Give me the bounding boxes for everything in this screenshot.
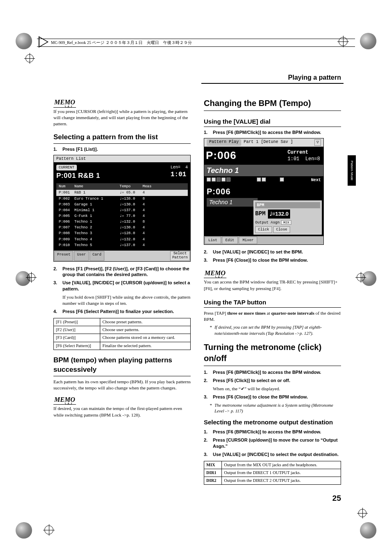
user-button: User <box>74 251 89 261</box>
pattern-name: P:001 R&B 1 <box>56 171 188 181</box>
list-row: P:008Techno 3♩=128.04 <box>56 230 188 236</box>
col-num: Num <box>59 184 74 189</box>
step-text: Press [CURSOR (up/down)] to move the cur… <box>213 437 341 449</box>
step-text: Use [VALUE] or [INC/DEC] to select the o… <box>213 451 339 458</box>
current-label: Current <box>288 149 320 156</box>
step-text: Press [F6 (Close)] to close the BPM wind… <box>213 257 308 263</box>
step-number: 3. <box>53 280 62 292</box>
bpm-label: BPM <box>255 210 265 218</box>
print-corner-tr <box>360 33 376 49</box>
screenshot-pattern-play: Pattern Play Part 1 [Detune Sav ] ▽ P:00… <box>204 138 324 245</box>
memo-text: If you press [CURSOR (left/right)] while… <box>53 108 191 127</box>
step-number: 1. <box>204 429 213 435</box>
output-table: MIXOutput from the MIX OUT jacks and the… <box>204 461 341 485</box>
table-row: [F2 (User)]Choose user patterns. <box>54 326 191 334</box>
list-row: P:007Techno 2♩=130.04 <box>56 225 188 230</box>
table-row: DIR1Output from the DIRECT 1 OUTPUT jack… <box>204 469 341 477</box>
step-number: 2. <box>204 437 213 449</box>
part-label: Part 1 <box>244 139 258 146</box>
step-note: If you hold down [SHIFT] while using the… <box>62 294 191 306</box>
memo-text: You can access the BPM window during TR-… <box>204 279 341 291</box>
step-number: 3. <box>204 257 213 263</box>
note-text: The metronome volume adjustment is a Sys… <box>214 402 341 414</box>
asterisk-icon: * <box>210 324 214 336</box>
step-number: 2. <box>53 266 62 278</box>
step-text: Press [F6 (Close)] to close the BPM wind… <box>213 394 308 400</box>
bpm-popup: BPM BPM ♩=132.0 Output AsgnMIX Click Clo… <box>254 200 322 235</box>
step-number: 3. <box>204 394 213 400</box>
col-meas: Meas <box>143 184 155 189</box>
step-text: Press [F1 (List)]. <box>62 146 98 152</box>
step-text: Use [VALUE], [INC/DEC] or [CURSOR (up/do… <box>62 280 191 292</box>
list-row: P:001R&B 1♩= 65.04 <box>56 190 188 196</box>
position: 1:01 <box>171 171 186 178</box>
step-text: Press [F6 (BPM/Click)] to access the BPM… <box>213 129 321 136</box>
crosshair-icon <box>358 509 367 517</box>
list-row: P:002Euro Trance 1♩=138.08 <box>56 196 188 202</box>
detune-label: [Detune Sav ] <box>261 139 293 146</box>
list-row: P:010Techno 5♩=137.04 <box>56 242 188 248</box>
step-text: Use [VALUE] or [INC/DEC] to set the BPM. <box>213 249 303 255</box>
note-text: If desired, you can set the BPM by press… <box>214 324 341 336</box>
screenshot-pattern-list: Pattern List CURRENT Len= 41:01 P:001 R&… <box>53 155 191 262</box>
section-header: Playing a pattern <box>201 74 344 84</box>
crosshair-icon <box>44 525 53 534</box>
step-text: Press [F6 (BPM/Click)] to access the BPM… <box>213 429 321 435</box>
pattern-name: Techno 1 <box>204 165 323 176</box>
memo-icon: MEMO <box>53 98 76 108</box>
bpm-popup-title: BPM <box>255 202 320 209</box>
screenshot-title: Pattern List <box>54 155 190 163</box>
step-text: Press [F5 (Click)] to select on or off. <box>213 378 290 384</box>
edit-button: Edit <box>222 237 238 244</box>
next-label: Next <box>311 177 321 183</box>
mix-value: MIX <box>281 220 291 225</box>
heading-value-dial: Using the [VALUE] dial <box>204 117 341 127</box>
list-row: P:009Techno 4♩=132.04 <box>56 237 188 242</box>
table-row: MIXOutput from the MIX OUT jacks and the… <box>204 461 341 469</box>
click-button: Click <box>255 226 272 233</box>
asterisk-icon: * <box>210 402 214 414</box>
step-number: 1. <box>204 369 213 375</box>
chip-icon: ▽ <box>314 139 321 146</box>
step-text: Press [F1 (Preset)], [F2 (User)], or [F3… <box>62 266 191 278</box>
memo-icon: MEMO <box>53 395 76 405</box>
print-corner-br <box>360 522 376 539</box>
crosshair-icon <box>27 273 35 281</box>
heading-changing-bpm: Changing the BPM (Tempo) <box>204 98 341 111</box>
list-button: List <box>205 237 221 244</box>
position: 1:01 <box>288 156 300 162</box>
select-pattern-button: Select Pattern <box>170 251 190 261</box>
current-badge: CURRENT <box>56 165 77 170</box>
print-corner-bl <box>16 522 32 539</box>
screenshot-title: Pattern Play <box>207 139 241 146</box>
table-row: [F6 (Select Pattern)]Finalize the select… <box>54 342 191 350</box>
heading-select-pattern-list: Selecting a pattern from the list <box>53 133 191 144</box>
step-number: 2. <box>204 378 213 384</box>
list-row: P:004Minimal 1♩=137.04 <box>56 207 188 213</box>
close-button: Close <box>273 226 290 233</box>
step-note: When on, the “✔” will be displayed. <box>213 386 341 392</box>
output-asgn-label: Output Asgn <box>255 221 279 225</box>
step-text: Press [F6 (BPM/Click)] to access the BPM… <box>213 369 321 375</box>
heading-metronome: Turning the metronome (click) on/off <box>204 342 341 366</box>
body-text: Each pattern has its own specified tempo… <box>53 379 191 391</box>
step-number: 1. <box>204 129 213 136</box>
heading-tap-button: Using the TAP button <box>204 298 341 308</box>
preset-button: Preset <box>54 251 73 261</box>
body-text: Press [TAP] three or more times at quart… <box>204 310 341 322</box>
print-header: MC-909_Ref_e.book 25 ページ ２００５年３月１日 火曜日 午… <box>37 39 355 47</box>
list-row: P:003Garage 1♩=130.04 <box>56 202 188 207</box>
len-label: Len= <box>171 165 180 170</box>
step-number: 4. <box>53 309 62 315</box>
list-row: P:006Techno 1♩=132.08 <box>56 219 188 225</box>
crosshair-icon <box>357 273 365 281</box>
len-value: 4 <box>185 165 188 170</box>
bpm-value: ♩=132.0 <box>268 210 290 219</box>
pattern-name-next: Techno 1 <box>207 198 258 207</box>
memo-text: If desired, you can maintain the tempo o… <box>53 405 191 418</box>
table-row: DIR2Output from the DIRECT 2 OUTPUT jack… <box>204 477 341 484</box>
page-number: 25 <box>204 493 341 504</box>
step-number: 3. <box>204 451 213 458</box>
length: Len=8 <box>305 156 320 162</box>
card-button: Card <box>90 251 104 261</box>
